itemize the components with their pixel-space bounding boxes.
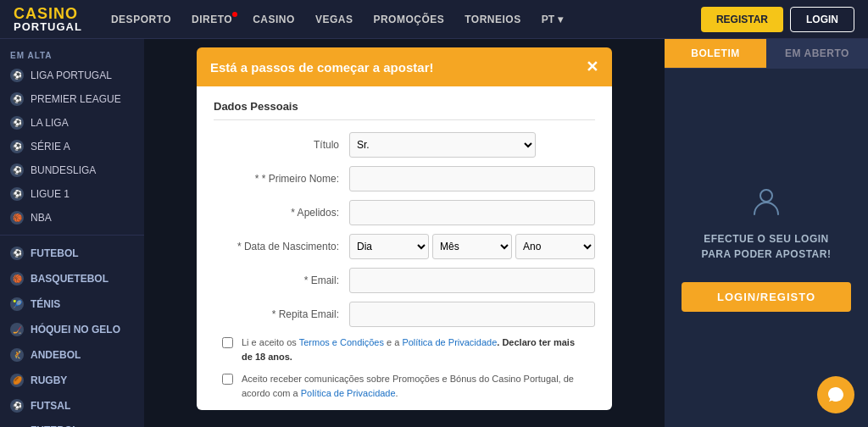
premier-league-icon: ⚽ <box>10 92 24 106</box>
modal-overlay: Está a passos de começar a apostar! ✕ Da… <box>144 39 665 427</box>
bundesliga-icon: ⚽ <box>10 164 24 177</box>
serie-a-icon: ⚽ <box>10 140 24 153</box>
terms-checkbox-row: Li e aceito os Termos e Condições e a Po… <box>214 336 595 363</box>
promo-checkbox[interactable] <box>222 374 233 385</box>
apelidos-input[interactable] <box>349 200 595 225</box>
nav-lang[interactable]: PT ▾ <box>533 8 571 30</box>
modal-body: Dados Pessoais Título Sr. Sra. Dr. Dra. <box>197 86 612 410</box>
login-button[interactable]: LOGIN <box>790 7 854 32</box>
politica-link[interactable]: Política de Privacidade <box>402 337 497 347</box>
header-buttons: REGISTAR LOGIN <box>701 7 854 32</box>
register-button[interactable]: REGISTAR <box>701 7 783 32</box>
titulo-row: Título Sr. Sra. Dr. Dra. <box>214 132 595 158</box>
sidebar-item-andebol[interactable]: 🤾 ANDEBOL <box>0 342 144 368</box>
nav-casino[interactable]: CASINO <box>244 8 303 30</box>
hoquei-icon: 🏒 <box>10 323 24 336</box>
sidebar-hot-title: EM ALTA <box>0 46 144 64</box>
date-selects: Dia Mês Ano <box>349 234 595 259</box>
apelidos-row: * Apelidos: <box>214 200 595 225</box>
liga-portugal-icon: ⚽ <box>10 69 24 82</box>
logo-portugal: PORTUGAL <box>14 21 82 32</box>
repita-email-input[interactable] <box>349 302 595 327</box>
sidebar-item-premier-league[interactable]: ⚽ PREMIER LEAGUE <box>0 87 144 111</box>
terms-checkbox[interactable] <box>222 337 233 348</box>
content-area: Está a passos de começar a apostar! ✕ Da… <box>144 39 665 427</box>
sidebar-item-futebol-americano[interactable]: 🏈 FUTEBOL AMERICANO <box>0 419 144 427</box>
nav-desporto[interactable]: DESPORTO <box>103 8 180 30</box>
la-liga-icon: ⚽ <box>10 116 24 130</box>
modal-header: Está a passos de começar a apostar! ✕ <box>197 47 612 86</box>
data-nascimento-row: * Data de Nascimento: Dia Mês Ano <box>214 234 595 259</box>
ano-select[interactable]: Ano <box>515 234 595 259</box>
main-nav: DESPORTO DIRETO CASINO VEGAS PROMOÇÕES T… <box>103 8 701 30</box>
primeiro-nome-input[interactable] <box>349 166 595 191</box>
nav-vegas[interactable]: VEGAS <box>307 8 362 30</box>
sidebar-item-basquetebol[interactable]: 🏀 BASQUETEBOL <box>0 266 144 291</box>
terms-text: Li e aceito os Termos e Condições e a Po… <box>242 336 587 363</box>
right-panel: BOLETIM EM ABERTO EFECTUE O SEU LOGIN PA… <box>665 39 868 427</box>
andebol-icon: 🤾 <box>10 348 24 362</box>
sidebar-item-la-liga[interactable]: ⚽ LA LIGA <box>0 111 144 135</box>
sidebar-divider <box>0 235 144 236</box>
registration-modal: Está a passos de começar a apostar! ✕ Da… <box>197 47 612 410</box>
logo-casino: CASINO <box>14 6 82 21</box>
nav-promocoes[interactable]: PROMOÇÕES <box>364 8 453 30</box>
sidebar-item-serie-a[interactable]: ⚽ SÉRIE A <box>0 135 144 158</box>
data-nascimento-label: * Data de Nascimento: <box>214 241 349 252</box>
ligue1-icon: ⚽ <box>10 187 24 201</box>
tenis-icon: 🎾 <box>10 297 24 311</box>
repita-email-row: * Repita Email: <box>214 302 595 327</box>
login-registo-button[interactable]: LOGIN/REGISTO <box>682 282 851 312</box>
modal-title: Está a passos de começar a apostar! <box>210 60 433 75</box>
svg-point-0 <box>760 190 772 202</box>
right-tabs: BOLETIM EM ABERTO <box>665 39 868 69</box>
email-input[interactable] <box>349 268 595 293</box>
sidebar: EM ALTA ⚽ LIGA PORTUGAL ⚽ PREMIER LEAGUE… <box>0 39 144 427</box>
dia-select[interactable]: Dia <box>349 234 429 259</box>
repita-email-label: * Repita Email: <box>214 308 349 320</box>
apelidos-label: * Apelidos: <box>214 207 349 219</box>
right-content: EFECTUE O SEU LOGIN PARA PODER APOSTAR! … <box>665 69 868 427</box>
email-row: * Email: <box>214 268 595 293</box>
primeiro-nome-row: * * Primeiro Nome: <box>214 166 595 191</box>
email-label: * Email: <box>214 274 349 286</box>
titulo-select[interactable]: Sr. Sra. Dr. Dra. <box>349 132 536 158</box>
futebol-icon: ⚽ <box>10 247 24 260</box>
user-icon <box>749 184 783 218</box>
politica2-link[interactable]: Política de Privacidade <box>301 388 396 398</box>
tab-boletim[interactable]: BOLETIM <box>665 39 766 68</box>
sidebar-item-futebol[interactable]: ⚽ FUTEBOL <box>0 241 144 266</box>
termos-link[interactable]: Termos e Condições <box>299 337 384 347</box>
futsal-icon: ⚽ <box>10 399 24 413</box>
mes-select[interactable]: Mês <box>432 234 512 259</box>
sidebar-item-rugby[interactable]: 🏉 RUGBY <box>0 368 144 393</box>
sidebar-item-ligue1[interactable]: ⚽ LIGUE 1 <box>0 182 144 206</box>
sidebar-item-tenis[interactable]: 🎾 TÉNIS <box>0 291 144 317</box>
primeiro-nome-label: * * Primeiro Nome: <box>214 173 349 185</box>
main-layout: EM ALTA ⚽ LIGA PORTUGAL ⚽ PREMIER LEAGUE… <box>0 39 868 427</box>
promo-text: Aceito receber comunicações sobre Promoç… <box>242 372 587 400</box>
basquetebol-icon: 🏀 <box>10 272 24 286</box>
nav-torneios[interactable]: TORNEIOS <box>456 8 529 30</box>
rugby-icon: 🏉 <box>10 374 24 387</box>
chat-bubble[interactable] <box>817 376 854 413</box>
nav-direto[interactable]: DIRETO <box>183 8 241 30</box>
nba-icon: 🏀 <box>10 211 24 225</box>
section-title: Dados Pessoais <box>214 100 595 120</box>
tab-em-aberto[interactable]: EM ABERTO <box>766 39 868 68</box>
promo-checkbox-row: Aceito receber comunicações sobre Promoç… <box>214 372 595 400</box>
sidebar-item-bundesliga[interactable]: ⚽ BUNDESLIGA <box>0 158 144 182</box>
modal-close-button[interactable]: ✕ <box>586 58 598 76</box>
header: CASINO PORTUGAL DESPORTO DIRETO CASINO V… <box>0 0 868 39</box>
sidebar-item-liga-portugal[interactable]: ⚽ LIGA PORTUGAL <box>0 64 144 87</box>
logo[interactable]: CASINO PORTUGAL <box>14 6 82 32</box>
live-dot <box>232 12 237 17</box>
sidebar-item-futsal[interactable]: ⚽ FUTSAL <box>0 393 144 419</box>
login-prompt: EFECTUE O SEU LOGIN PARA PODER APOSTAR! <box>702 231 832 262</box>
sidebar-item-hoquei[interactable]: 🏒 HÓQUEI NO GELO <box>0 317 144 342</box>
sidebar-item-nba[interactable]: 🏀 NBA <box>0 206 144 230</box>
titulo-label: Título <box>214 139 349 151</box>
